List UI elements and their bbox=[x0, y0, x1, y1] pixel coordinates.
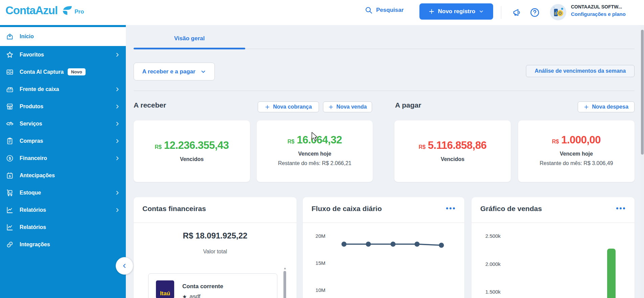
novo-badge: Novo bbox=[68, 68, 86, 75]
y-tick-20m: 20M bbox=[301, 233, 325, 239]
chevron-right-icon bbox=[115, 87, 120, 92]
sidebar-item-conta-ai-captura[interactable]: Conta AI Captura Novo bbox=[0, 63, 126, 81]
scrollbar-thumb[interactable] bbox=[283, 271, 286, 298]
card-sublabel: Restante do mês: R$ 3.006,49 bbox=[518, 160, 635, 166]
link-icon bbox=[5, 240, 14, 249]
filter-dropdown-label: A receber e a pagar bbox=[142, 68, 195, 75]
main-content: Visão geral A receber e a pagar Análise … bbox=[126, 25, 644, 298]
hand-truck-icon bbox=[5, 189, 14, 197]
help-icon[interactable] bbox=[530, 7, 540, 18]
y-tick-15m: 15M bbox=[301, 260, 325, 266]
new-record-label: Novo registro bbox=[438, 8, 476, 15]
sidebar-item-relatorios-2[interactable]: Relatórios bbox=[0, 219, 126, 236]
sidebar-item-label: Serviços bbox=[20, 121, 42, 127]
amount-line: R$1.000,00 bbox=[518, 134, 635, 146]
contaazul-logo[interactable]: ContaAzul Pro bbox=[5, 5, 84, 16]
account-avatar[interactable] bbox=[550, 4, 566, 20]
ellipsis-menu-icon[interactable] bbox=[616, 207, 625, 209]
star-filled-icon[interactable]: ★ bbox=[182, 294, 187, 298]
payables-title: A pagar bbox=[395, 101, 421, 109]
currency-prefix: R$ bbox=[155, 144, 161, 150]
receivables-due-today-card: R$16.064,32 Vencem hoje Restante do mês:… bbox=[257, 120, 373, 182]
amount-line: R$5.116.858,86 bbox=[394, 139, 511, 152]
account-name-row: ★ asdf bbox=[182, 293, 201, 298]
accounts-total-label: Valor total bbox=[134, 249, 297, 255]
sidebar-item-antecipacoes[interactable]: $ Antecipações bbox=[0, 167, 126, 184]
sidebar-item-label: Antecipações bbox=[20, 173, 55, 179]
store-icon bbox=[5, 102, 14, 111]
sidebar-item-compras[interactable]: Compras bbox=[0, 132, 126, 150]
panel-divider bbox=[134, 223, 297, 223]
plus-icon bbox=[328, 105, 334, 110]
tab-visao-geral[interactable]: Visão geral bbox=[134, 35, 245, 42]
panel-divider bbox=[472, 223, 635, 223]
new-expense-button[interactable]: Nova despesa bbox=[578, 101, 635, 112]
account-list-scrollbar[interactable]: ▲ bbox=[283, 267, 286, 298]
currency-prefix: R$ bbox=[419, 144, 426, 150]
chevron-right-icon bbox=[115, 190, 120, 196]
scroll-up-arrow[interactable]: ▲ bbox=[283, 267, 286, 270]
svg-text:$: $ bbox=[9, 156, 11, 160]
account-type: Conta corrente bbox=[182, 283, 223, 290]
page-scrollbar-thumb[interactable] bbox=[641, 30, 644, 155]
filter-dropdown[interactable]: A receber e a pagar bbox=[134, 63, 215, 81]
y-tick-10m: 10M bbox=[301, 287, 325, 293]
top-header: ContaAzul Pro Pesquisar Novo registro CO… bbox=[0, 0, 644, 25]
overdue-payable-amount: 5.116.858,86 bbox=[428, 139, 486, 151]
sidebar-item-label: Financeiro bbox=[20, 155, 47, 161]
card-sublabel: Restante do mês: R$ 2.066,21 bbox=[257, 160, 373, 166]
page-scrollbar[interactable] bbox=[641, 25, 644, 298]
ellipsis-menu-icon[interactable] bbox=[446, 207, 455, 209]
chart-line-icon bbox=[5, 206, 14, 214]
sidebar-item-label: Compras bbox=[20, 138, 43, 144]
sidebar-item-financeiro[interactable]: $ Financeiro bbox=[0, 150, 126, 167]
account-nickname: asdf bbox=[189, 293, 200, 298]
sidebar-item-label: Estoque bbox=[20, 190, 41, 196]
itau-bank-logo: Itaú bbox=[156, 280, 174, 298]
week-due-analysis-button[interactable]: Análise de vencimentos da semana bbox=[526, 65, 635, 77]
sidebar-item-label: Produtos bbox=[20, 104, 43, 110]
new-charge-button[interactable]: Nova cobrança bbox=[258, 101, 319, 112]
currency-prefix: R$ bbox=[552, 139, 559, 144]
sidebar-collapse-button[interactable] bbox=[116, 257, 133, 275]
logo-leaf-icon bbox=[60, 6, 72, 16]
calendar-dollar-icon: $ bbox=[5, 171, 14, 180]
sidebar-item-relatorios-1[interactable]: Relatórios bbox=[0, 201, 126, 219]
sidebar-item-favoritos[interactable]: Favoritos bbox=[0, 46, 126, 63]
sidebar-item-estoque[interactable]: Estoque bbox=[0, 184, 126, 201]
sidebar-item-inicio[interactable]: Início bbox=[0, 27, 126, 46]
search-button[interactable]: Pesquisar bbox=[365, 6, 404, 14]
megaphone-icon[interactable] bbox=[512, 7, 523, 18]
inbox-icon bbox=[5, 68, 14, 76]
y-tick-2000k: 2.000k bbox=[476, 261, 501, 267]
sidebar-item-produtos[interactable]: Produtos bbox=[0, 98, 126, 115]
due-today-payable-amount: 1.000,00 bbox=[561, 134, 601, 146]
panel-divider bbox=[303, 223, 464, 223]
chevron-right-icon bbox=[115, 52, 120, 58]
sidebar-item-servicos[interactable]: Serviços bbox=[0, 115, 126, 132]
sidebar-item-label: Início bbox=[20, 33, 34, 40]
sidebar-item-label: Integrações bbox=[20, 242, 50, 248]
card-label: Vencem hoje bbox=[518, 151, 635, 157]
chevron-right-icon bbox=[115, 156, 120, 161]
chevron-down-icon bbox=[479, 9, 484, 14]
chevron-left-icon bbox=[121, 262, 128, 269]
new-record-button[interactable]: Novo registro bbox=[419, 3, 493, 20]
new-expense-label: Nova despesa bbox=[592, 104, 628, 110]
card-label: Vencidos bbox=[394, 156, 511, 162]
due-today-receivable-amount: 16.064,32 bbox=[297, 134, 342, 146]
new-charge-label: Nova cobrança bbox=[273, 104, 312, 110]
chevron-down-icon bbox=[200, 69, 206, 75]
account-name: CONTAAZUL SOFTW... bbox=[571, 4, 622, 9]
star-icon bbox=[5, 51, 14, 59]
accounts-total-value: R$ 18.091.925,22 bbox=[134, 231, 297, 240]
account-list-item[interactable]: Itaú Conta corrente ★ asdf bbox=[148, 273, 277, 298]
sidebar-item-frente-de-caixa[interactable]: Frente de caixa bbox=[0, 81, 126, 98]
card-label: Vencem hoje bbox=[257, 151, 373, 157]
new-sale-button[interactable]: Nova venda bbox=[323, 101, 372, 112]
settings-plan-link[interactable]: Configurações e plano bbox=[571, 11, 626, 17]
sidebar-item-label: Frente de caixa bbox=[20, 86, 59, 92]
sidebar-item-integracoes[interactable]: Integrações bbox=[0, 236, 126, 253]
home-icon bbox=[5, 32, 14, 41]
y-tick-2500k: 2.500k bbox=[476, 233, 501, 239]
